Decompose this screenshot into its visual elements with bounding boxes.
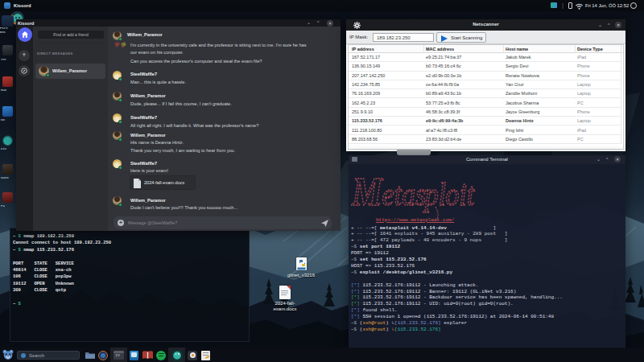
svg-text:M: M: [351, 171, 384, 214]
svg-text:pl: pl: [423, 175, 446, 212]
svg-text:etas: etas: [382, 175, 426, 212]
svg-text:oit: oit: [445, 175, 475, 212]
